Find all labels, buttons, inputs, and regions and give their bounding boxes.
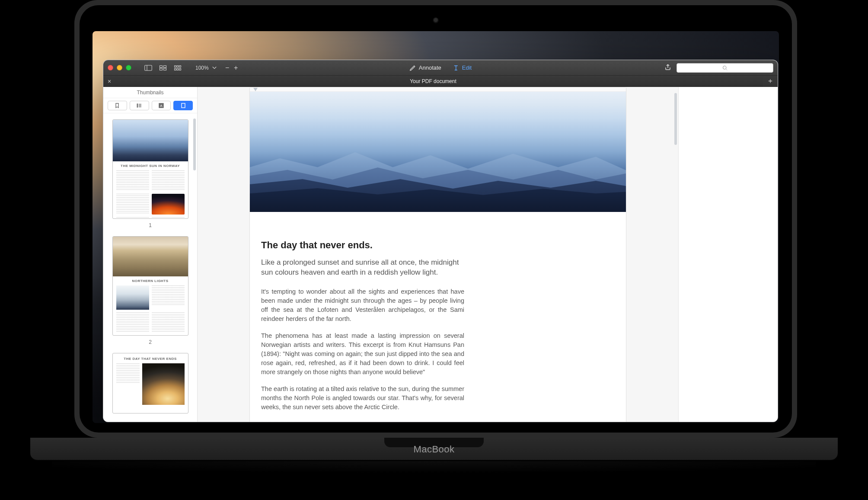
svg-rect-4 — [160, 68, 163, 70]
svg-rect-10 — [177, 68, 179, 70]
macbook-label: MacBook — [414, 444, 455, 455]
thumbnail-mini: NORTHERN LIGHTS — [112, 236, 188, 336]
camera-icon — [433, 17, 439, 23]
edit-button[interactable]: Edit — [453, 64, 472, 71]
annotate-label: Annotate — [419, 64, 441, 71]
pages-view-icon — [174, 65, 182, 71]
list-icon — [136, 103, 142, 109]
macbook-frame: 100% − + Annotate — [74, 0, 797, 438]
tab-title: Your PDF document — [410, 78, 456, 84]
view-contact-sheet-button[interactable] — [172, 63, 183, 73]
sidebar-tabs: A — [103, 98, 197, 113]
sidebar-title: Thumbnails — [103, 87, 197, 98]
hero-image — [250, 92, 626, 212]
svg-rect-5 — [164, 68, 166, 70]
svg-rect-11 — [179, 68, 181, 70]
lead-text: Like a prolonged sunset and sunrise all … — [261, 258, 464, 278]
window-zoom-button[interactable] — [126, 65, 131, 71]
indent-marker-icon[interactable] — [253, 88, 258, 91]
base-shadow — [52, 461, 816, 473]
svg-point-18 — [137, 106, 138, 107]
annotate-button[interactable]: Annotate — [409, 64, 441, 71]
svg-line-13 — [726, 69, 727, 70]
sidebar-tab-bookmarks[interactable] — [108, 101, 127, 110]
right-panel — [678, 87, 778, 422]
toolbar-right — [664, 63, 773, 73]
sidebar: Thumbnails A — [103, 87, 198, 422]
thumbnail-page-number: 1 — [149, 222, 152, 228]
svg-rect-3 — [164, 65, 166, 67]
svg-text:A: A — [160, 104, 163, 108]
screen-bezel: 100% − + Annotate — [80, 5, 792, 433]
sidebar-tab-thumbnails[interactable] — [173, 101, 193, 110]
tab-close-button[interactable]: × — [108, 78, 111, 85]
content: Thumbnails A — [103, 87, 778, 422]
share-button[interactable] — [664, 64, 671, 72]
svg-rect-9 — [175, 68, 176, 70]
body-column: The day that never ends. Like a prolonge… — [261, 240, 464, 412]
thumbnail-page-2[interactable]: NORTHERN LIGHTS 2 — [111, 236, 189, 345]
toolbar: 100% − + Annotate — [103, 60, 778, 76]
view-thumbnails-button[interactable] — [157, 63, 169, 73]
thumbnail-page-number: 2 — [149, 339, 152, 345]
page-icon — [180, 103, 186, 109]
thumbnail-heading: NORTHERN LIGHTS — [116, 279, 185, 283]
thumbnail-heading: THE DAY THAT NEVER ENDS — [116, 357, 185, 361]
thumbnails-view-icon — [159, 65, 167, 71]
zoom-dropdown-button[interactable] — [211, 64, 218, 72]
svg-point-14 — [137, 104, 138, 105]
main: The day that never ends. Like a prolonge… — [198, 87, 778, 422]
ruler[interactable] — [250, 87, 626, 92]
zoom-in-button[interactable]: + — [232, 64, 240, 72]
thumbnail-scroll[interactable]: THE MIDNIGHT SUN IN NORWAY 1 — [103, 113, 197, 422]
pdf-app-window: 100% − + Annotate — [103, 60, 778, 422]
svg-rect-2 — [160, 65, 163, 67]
scrollbar-thumb[interactable] — [193, 119, 196, 170]
sidebar-tab-outline[interactable] — [130, 101, 149, 110]
screen: 100% − + Annotate — [93, 31, 779, 423]
plus-icon: + — [234, 64, 238, 72]
paragraph-1: It's tempting to wonder about all the si… — [261, 287, 464, 324]
thumbnail-page-3[interactable]: THE DAY THAT NEVER ENDS — [111, 353, 189, 413]
document-page: The day that never ends. Like a prolonge… — [249, 87, 626, 422]
edit-label: Edit — [462, 64, 472, 71]
sidebar-toggle-icon — [144, 65, 152, 71]
sidebar-toggle-button[interactable] — [143, 63, 154, 73]
svg-rect-7 — [177, 65, 179, 67]
svg-rect-0 — [145, 65, 152, 71]
window-controls — [108, 65, 131, 71]
search-input[interactable] — [677, 63, 773, 73]
svg-rect-8 — [179, 65, 181, 67]
paragraph-2: The phenomena has at least made a lastin… — [261, 331, 464, 377]
zoom-value[interactable]: 100% — [195, 65, 210, 71]
svg-point-16 — [137, 105, 138, 106]
thumbnail-heading: THE MIDNIGHT SUN IN NORWAY — [116, 164, 185, 168]
tab-bar: × Your PDF document ＋ — [103, 76, 778, 87]
scrollbar-thumb[interactable] — [674, 93, 677, 145]
zoom-out-button[interactable]: − — [223, 64, 231, 72]
thumbnail-mini: THE MIDNIGHT SUN IN NORWAY — [112, 119, 188, 219]
tab-add-button[interactable]: ＋ — [763, 77, 778, 86]
thumbnail-page-1[interactable]: THE MIDNIGHT SUN IN NORWAY 1 — [111, 119, 189, 228]
text-edit-icon — [453, 64, 460, 71]
document-scroll[interactable]: The day that never ends. Like a prolonge… — [198, 87, 678, 422]
chevron-down-icon — [212, 66, 217, 70]
stage: 100% − + Annotate — [0, 0, 868, 500]
sidebar-tab-annotations[interactable]: A — [152, 101, 171, 110]
thumbnail-mini: THE DAY THAT NEVER ENDS — [112, 353, 188, 413]
annotations-icon: A — [158, 103, 164, 109]
page-title: The day that never ends. — [261, 240, 464, 251]
window-minimize-button[interactable] — [117, 65, 122, 71]
svg-point-12 — [723, 66, 727, 69]
bookmark-icon — [114, 103, 120, 109]
zoom-control: 100% − + — [195, 64, 240, 72]
svg-rect-22 — [182, 103, 185, 108]
minus-icon: − — [225, 64, 229, 72]
window-close-button[interactable] — [108, 65, 113, 71]
toolbar-center: Annotate Edit — [409, 64, 472, 71]
share-icon — [664, 64, 671, 71]
svg-rect-6 — [175, 65, 176, 67]
thumbnail-list: THE MIDNIGHT SUN IN NORWAY 1 — [103, 113, 197, 420]
tab-current[interactable]: × Your PDF document — [103, 76, 763, 87]
pencil-icon — [409, 64, 416, 71]
